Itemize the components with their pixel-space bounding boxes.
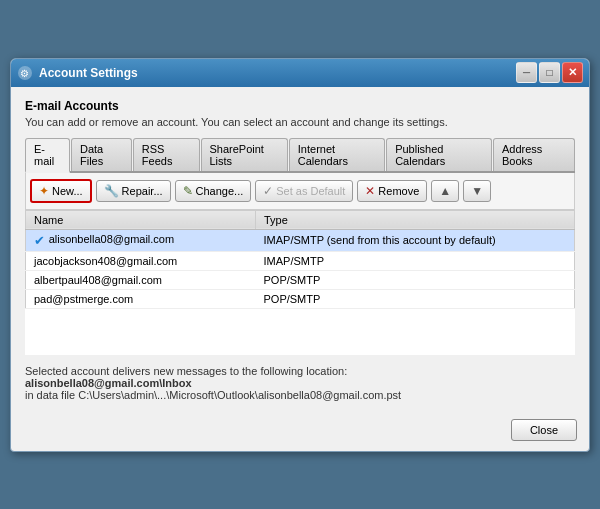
new-button[interactable]: ✦ New... bbox=[30, 179, 92, 203]
account-name-text: pad@pstmerge.com bbox=[34, 293, 133, 305]
account-toolbar: ✦ New... 🔧 Repair... ✎ Change... ✓ Set a… bbox=[25, 173, 575, 210]
account-name-cell: albertpaul408@gmail.com bbox=[26, 270, 256, 289]
accounts-table: Name Type ✔ alisonbella08@gmail.comIMAP/… bbox=[25, 210, 575, 309]
tab-addressbooks[interactable]: Address Books bbox=[493, 138, 575, 171]
footer-section: Selected account delivers new messages t… bbox=[25, 365, 575, 401]
col-type-header: Type bbox=[256, 210, 575, 229]
account-type-cell: IMAP/SMTP (send from this account by def… bbox=[256, 229, 575, 251]
remove-icon: ✕ bbox=[365, 184, 375, 198]
new-label: New... bbox=[52, 185, 83, 197]
account-name-cell: jacobjackson408@gmail.com bbox=[26, 251, 256, 270]
up-arrow-icon: ▲ bbox=[439, 184, 451, 198]
account-name-cell: ✔ alisonbella08@gmail.com bbox=[26, 229, 256, 251]
table-row[interactable]: albertpaul408@gmail.comPOP/SMTP bbox=[26, 270, 575, 289]
table-row[interactable]: jacobjackson408@gmail.comIMAP/SMTP bbox=[26, 251, 575, 270]
move-down-button[interactable]: ▼ bbox=[463, 180, 491, 202]
app-icon: ⚙ bbox=[17, 65, 33, 81]
repair-label: Repair... bbox=[122, 185, 163, 197]
table-header-row: Name Type bbox=[26, 210, 575, 229]
bottom-bar: Close bbox=[11, 411, 589, 451]
title-bar-left: ⚙ Account Settings bbox=[17, 65, 138, 81]
close-dialog-button[interactable]: Close bbox=[511, 419, 577, 441]
table-row[interactable]: pad@pstmerge.comPOP/SMTP bbox=[26, 289, 575, 308]
tab-rssfeeds[interactable]: RSS Feeds bbox=[133, 138, 200, 171]
title-controls: ─ □ ✕ bbox=[516, 62, 583, 83]
repair-icon: 🔧 bbox=[104, 184, 119, 198]
minimize-button[interactable]: ─ bbox=[516, 62, 537, 83]
window-close-button[interactable]: ✕ bbox=[562, 62, 583, 83]
window-title: Account Settings bbox=[39, 66, 138, 80]
change-label: Change... bbox=[196, 185, 244, 197]
footer-account: alisonbella08@gmail.com\Inbox bbox=[25, 377, 575, 389]
tab-sharepointlists[interactable]: SharePoint Lists bbox=[201, 138, 288, 171]
down-arrow-icon: ▼ bbox=[471, 184, 483, 198]
tab-datafiles[interactable]: Data Files bbox=[71, 138, 132, 171]
account-name-text: albertpaul408@gmail.com bbox=[34, 274, 162, 286]
account-settings-window: ⚙ Account Settings ─ □ ✕ E-mail Accounts… bbox=[10, 58, 590, 452]
table-row[interactable]: ✔ alisonbella08@gmail.comIMAP/SMTP (send… bbox=[26, 229, 575, 251]
account-name-text: jacobjackson408@gmail.com bbox=[34, 255, 177, 267]
account-name-text: alisonbella08@gmail.com bbox=[49, 233, 175, 245]
change-button[interactable]: ✎ Change... bbox=[175, 180, 252, 202]
svg-text:⚙: ⚙ bbox=[20, 68, 29, 79]
main-content: E-mail Accounts You can add or remove an… bbox=[11, 87, 589, 411]
change-icon: ✎ bbox=[183, 184, 193, 198]
footer-label: Selected account delivers new messages t… bbox=[25, 365, 575, 377]
tab-bar: E-mail Data Files RSS Feeds SharePoint L… bbox=[25, 138, 575, 173]
move-up-button[interactable]: ▲ bbox=[431, 180, 459, 202]
col-name-header: Name bbox=[26, 210, 256, 229]
title-bar: ⚙ Account Settings ─ □ ✕ bbox=[11, 59, 589, 87]
tab-email[interactable]: E-mail bbox=[25, 138, 70, 173]
account-type-cell: POP/SMTP bbox=[256, 270, 575, 289]
section-title: E-mail Accounts bbox=[25, 99, 575, 113]
tab-internetcalendars[interactable]: Internet Calendars bbox=[289, 138, 385, 171]
new-icon: ✦ bbox=[39, 184, 49, 198]
remove-label: Remove bbox=[378, 185, 419, 197]
default-icon: ✓ bbox=[263, 184, 273, 198]
section-description: You can add or remove an account. You ca… bbox=[25, 116, 575, 128]
remove-button[interactable]: ✕ Remove bbox=[357, 180, 427, 202]
accounts-table-container: Name Type ✔ alisonbella08@gmail.comIMAP/… bbox=[25, 210, 575, 355]
default-account-icon: ✔ bbox=[34, 233, 49, 248]
default-label: Set as Default bbox=[276, 185, 345, 197]
maximize-button[interactable]: □ bbox=[539, 62, 560, 83]
setdefault-button[interactable]: ✓ Set as Default bbox=[255, 180, 353, 202]
account-name-cell: pad@pstmerge.com bbox=[26, 289, 256, 308]
footer-path: in data file C:\Users\admin\...\Microsof… bbox=[25, 389, 575, 401]
repair-button[interactable]: 🔧 Repair... bbox=[96, 180, 171, 202]
account-type-cell: IMAP/SMTP bbox=[256, 251, 575, 270]
tab-publishedcalendars[interactable]: Published Calendars bbox=[386, 138, 492, 171]
account-type-cell: POP/SMTP bbox=[256, 289, 575, 308]
